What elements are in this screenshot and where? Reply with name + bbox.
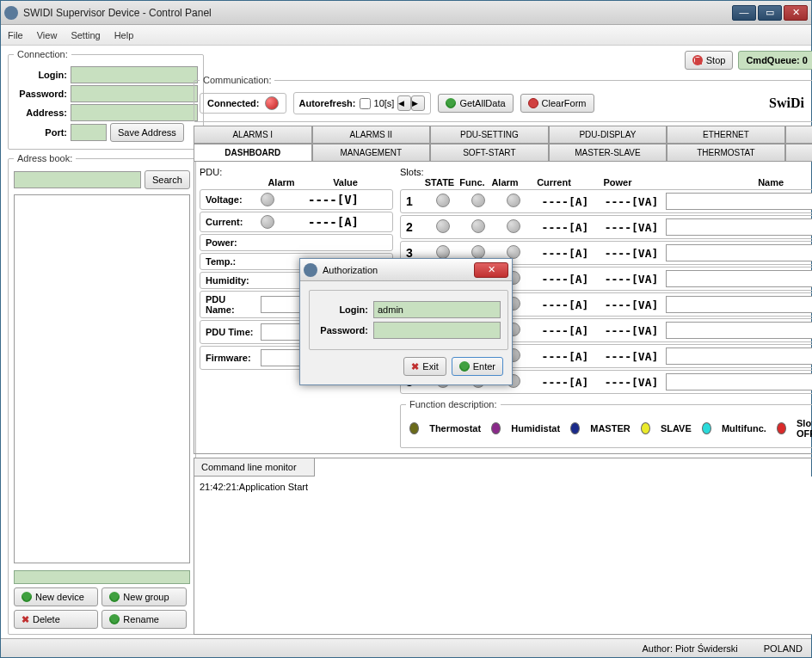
menubar: File View Setting Help <box>1 25 811 46</box>
slot-power: ----[VA] <box>600 350 663 363</box>
dialog-exit-button[interactable]: ✖Exit <box>403 357 446 376</box>
communication-legend: Communication: <box>200 75 274 85</box>
password-input[interactable] <box>71 85 198 102</box>
dialog-enter-button[interactable]: Enter <box>452 357 503 376</box>
slot-power: ----[VA] <box>600 324 663 337</box>
slots-current-header: Current <box>522 177 586 188</box>
slot-state-led <box>436 194 450 207</box>
rename-button[interactable]: Rename <box>102 610 186 629</box>
slot-name-input[interactable] <box>666 322 812 339</box>
tab-alarmsii[interactable]: ALARMS II <box>312 126 431 143</box>
search-input[interactable] <box>14 171 141 188</box>
power-label: Power: <box>206 237 255 248</box>
tab-pdudisplay[interactable]: PDU-DISPLAY <box>549 126 667 143</box>
function-description-group: Function description: Thermostat Humidis… <box>400 399 812 448</box>
login-label: Login: <box>14 70 67 80</box>
brand-logo: SwiDi <box>769 95 804 111</box>
dialog-close-button[interactable]: ✕ <box>474 262 508 278</box>
tab-masterslave[interactable]: MASTER-SLAVE <box>549 144 667 161</box>
slot-name-input[interactable] <box>666 270 812 287</box>
slot-state-led <box>436 219 450 233</box>
save-address-button[interactable]: Save Address <box>110 123 184 142</box>
interval-down-button[interactable]: ◀ <box>397 95 411 111</box>
connected-led <box>265 96 279 110</box>
slot-power: ----[VA] <box>600 273 663 286</box>
slots-func-header: Func. <box>457 177 488 188</box>
tab-humidistat[interactable]: HUMIDISTAT <box>785 144 812 161</box>
slot-name-input[interactable] <box>666 347 812 365</box>
close-button[interactable]: ✕ <box>784 5 808 21</box>
login-input[interactable] <box>71 66 198 83</box>
menu-help[interactable]: Help <box>114 30 134 40</box>
communication-group: Communication: Connected: Autorefresh: 1… <box>194 75 812 122</box>
tab-ethernet[interactable]: ETHERNET <box>667 126 785 143</box>
tab-pdusetting[interactable]: PDU-SETTING <box>430 126 549 143</box>
dialog-login-input[interactable] <box>373 301 501 318</box>
stop-icon <box>692 55 703 65</box>
slave-icon <box>641 422 650 434</box>
slot-name-input[interactable] <box>666 193 812 210</box>
getalldata-button[interactable]: GetAllData <box>438 94 513 113</box>
slot-name-input[interactable] <box>666 296 812 313</box>
tab-dashboard[interactable]: DASHBOARD <box>194 144 312 161</box>
dialog-icon <box>304 263 317 277</box>
check-icon <box>457 360 471 374</box>
maximize-button[interactable]: ▭ <box>758 5 782 21</box>
slot-alarm-led <box>507 245 520 259</box>
temp-label: Temp.: <box>206 256 255 267</box>
menu-view[interactable]: View <box>37 30 58 40</box>
slot-name-input[interactable] <box>666 218 812 236</box>
minimize-button[interactable]: — <box>732 5 756 21</box>
autorefresh-label: Autorefresh: <box>299 98 356 108</box>
authorization-dialog: Authorization ✕ Login: Password: ✖Exit E… <box>299 258 513 385</box>
autorefresh-checkbox[interactable] <box>360 98 371 109</box>
dialog-login-label: Login: <box>317 304 368 315</box>
stop-button[interactable]: Stop <box>685 51 734 70</box>
slot-power: ----[VA] <box>600 247 663 260</box>
slot-name-input[interactable] <box>666 373 812 390</box>
tab-archive[interactable]: Archive <box>785 126 812 143</box>
tab-thermostat[interactable]: THERMOSTAT <box>667 144 785 161</box>
address-input[interactable] <box>71 104 198 121</box>
slot-power: ----[VA] <box>600 195 663 208</box>
titlebar: SWIDI Supervisor Device - Control Panel … <box>1 1 811 25</box>
slot-current: ----[A] <box>533 195 597 208</box>
funcdesc-legend: Function description: <box>406 399 501 409</box>
delete-button[interactable]: ✖Delete <box>14 610 98 629</box>
search-button[interactable]: Search <box>145 170 190 189</box>
slot-state-led <box>436 245 450 259</box>
slot-number: 1 <box>406 194 423 208</box>
cmdmon-log[interactable]: 21:42:21:Application Start <box>194 477 812 634</box>
addressbook-list[interactable] <box>14 194 190 563</box>
password-label: Password: <box>14 89 67 99</box>
clearform-button[interactable]: ClearForm <box>520 94 594 113</box>
voltage-value: ----[V] <box>280 193 387 206</box>
firmware-label: Firmware: <box>206 353 255 363</box>
slot-power: ----[VA] <box>600 376 663 389</box>
tab-management[interactable]: MANAGEMENT <box>312 144 431 161</box>
pdu-legend: PDU: <box>200 167 393 177</box>
slot-alarm-led <box>507 194 520 207</box>
interval-up-button[interactable]: ▶ <box>411 95 425 111</box>
port-input[interactable] <box>71 124 107 141</box>
tab-alarmsi[interactable]: ALARMS I <box>194 126 312 143</box>
slot-current: ----[A] <box>533 273 597 286</box>
slot-func-led <box>471 245 485 259</box>
menu-file[interactable]: File <box>8 30 23 40</box>
tab-softstart[interactable]: SOFT-START <box>430 144 549 161</box>
cmdqueue-display: CmdQueue: 0 <box>738 51 812 70</box>
new-group-button[interactable]: New group <box>102 587 186 606</box>
slot-name-input[interactable] <box>666 244 812 261</box>
new-device-button[interactable]: New device <box>14 587 98 606</box>
tabs-row-top: ALARMS IALARMS IIPDU-SETTINGPDU-DISPLAYE… <box>194 126 812 144</box>
slot-current: ----[A] <box>533 350 597 363</box>
dialog-password-label: Password: <box>317 325 368 335</box>
menu-setting[interactable]: Setting <box>71 30 100 40</box>
slot-current: ----[A] <box>533 324 597 337</box>
pduname-label: PDU Name: <box>206 294 255 315</box>
slot-alarm-led <box>507 219 520 233</box>
thermostat-icon <box>409 422 419 434</box>
slots-legend: Slots: <box>400 167 812 177</box>
dialog-password-input[interactable] <box>373 322 501 339</box>
slotoff-icon <box>777 422 786 434</box>
